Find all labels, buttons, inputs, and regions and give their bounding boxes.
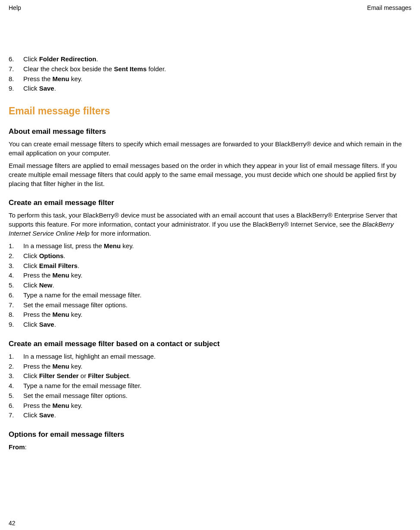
text-part: :: [25, 443, 27, 451]
text-bold: New: [39, 281, 53, 289]
step-7: 7. Click Save.: [9, 410, 411, 420]
step-5: 5. Set the email message filter options.: [9, 391, 411, 401]
text-bold: Menu: [53, 363, 69, 370]
text-part: key.: [69, 402, 83, 409]
step-number: 6.: [9, 54, 23, 64]
step-1: 1. In a message list, press the Menu key…: [9, 241, 411, 251]
step-6: 6. Type a name for the email message fil…: [9, 290, 411, 300]
step-text: Press the Menu key.: [23, 74, 411, 84]
paragraph: To perform this task, your BlackBerry® d…: [9, 211, 411, 238]
text-part: for more information.: [90, 230, 151, 237]
text-part: .: [53, 281, 54, 289]
step-number: 7.: [9, 300, 23, 310]
text-bold: Save: [39, 411, 54, 419]
text-part: or: [78, 372, 88, 379]
text-part: Clear the check box beside the: [23, 65, 114, 73]
step-4: 4. Type a name for the email message fil…: [9, 381, 411, 391]
step-text: Click Options.: [23, 251, 411, 261]
subheading-options-for-filters: Options for email message filters: [9, 430, 411, 439]
step-number: 9.: [9, 320, 23, 329]
step-text: Press the Menu key.: [23, 362, 411, 371]
step-number: 8.: [9, 310, 23, 319]
step-text: Click Save.: [23, 84, 411, 93]
text-bold: Menu: [53, 75, 69, 82]
step-text: Click Folder Redirection.: [23, 54, 411, 64]
step-number: 1.: [9, 241, 23, 251]
header-right: Email messages: [367, 4, 411, 11]
subheading-about-filters: About email message filters: [9, 127, 411, 136]
text-part: .: [54, 85, 56, 92]
subheading-create-filter: Create an email message filter: [9, 199, 411, 207]
text-part: folder.: [147, 65, 166, 73]
step-number: 4.: [9, 271, 23, 280]
paragraph: Email message filters are applied to ema…: [9, 161, 411, 188]
page-header: Help Email messages: [9, 4, 411, 11]
step-number: 6.: [9, 401, 23, 410]
step-number: 3.: [9, 261, 23, 271]
step-text: Press the Menu key.: [23, 401, 411, 410]
text-part: .: [54, 411, 56, 419]
text-bold: Sent Items: [114, 65, 147, 73]
option-from: From:: [9, 442, 411, 451]
text-part: key.: [121, 242, 134, 249]
step-number: 2.: [9, 251, 23, 261]
step-1: 1. In a message list, highlight an email…: [9, 352, 411, 361]
step-number: 6.: [9, 290, 23, 300]
text-bold: Menu: [53, 402, 69, 409]
steps-create-filter: 1. In a message list, press the Menu key…: [9, 241, 411, 329]
text-bold: Menu: [53, 311, 69, 318]
text-bold: Save: [39, 321, 54, 328]
subheading-create-filter-contact-subject: Create an email message filter based on …: [9, 340, 411, 348]
text-part: Press the: [23, 75, 53, 82]
text-part: Click: [23, 85, 39, 92]
step-3: 3. Click Filter Sender or Filter Subject…: [9, 371, 411, 381]
step-text: Click Save.: [23, 320, 411, 329]
page-content: 6. Click Folder Redirection. 7. Clear th…: [9, 54, 411, 451]
step-number: 3.: [9, 371, 23, 381]
step-5: 5. Click New.: [9, 281, 411, 290]
text-bold: Folder Redirection: [39, 55, 97, 63]
page-number: 42: [9, 520, 16, 527]
text-part: key.: [69, 363, 83, 370]
step-number: 7.: [9, 410, 23, 420]
step-7: 7. Set the email message filter options.: [9, 300, 411, 310]
step-text: In a message list, press the Menu key.: [23, 241, 411, 251]
text-part: key.: [69, 311, 83, 318]
text-part: Press the: [23, 363, 53, 370]
page: Help Email messages 6. Click Folder Redi…: [0, 0, 420, 530]
step-4: 4. Press the Menu key.: [9, 271, 411, 280]
step-8: 8. Press the Menu key.: [9, 74, 411, 84]
text-part: .: [78, 262, 79, 269]
step-3: 3. Click Email Filters.: [9, 261, 411, 271]
text-part: Click: [23, 372, 39, 379]
step-text: Press the Menu key.: [23, 310, 411, 319]
text-part: .: [129, 372, 131, 379]
text-part: .: [96, 55, 98, 63]
steps-create-filter-contact: 1. In a message list, highlight an email…: [9, 352, 411, 420]
step-text: Press the Menu key.: [23, 271, 411, 280]
text-part: To perform this task, your BlackBerry® d…: [9, 211, 397, 228]
text-bold: Filter Subject: [88, 372, 129, 379]
text-part: Click: [23, 252, 39, 259]
paragraph: You can create email message filters to …: [9, 139, 411, 158]
step-2: 2. Press the Menu key.: [9, 362, 411, 371]
step-text: Type a name for the email message filter…: [23, 290, 411, 300]
step-number: 9.: [9, 84, 23, 93]
step-text: In a message list, highlight an email me…: [23, 352, 411, 361]
step-text: Click New.: [23, 281, 411, 290]
text-part: Press the: [23, 271, 53, 279]
text-bold: Options: [39, 252, 64, 259]
option-label: From: [9, 443, 25, 451]
header-left: Help: [9, 4, 21, 11]
section-heading-email-message-filters: Email message filters: [9, 105, 411, 117]
text-part: key.: [69, 75, 83, 82]
text-part: key.: [69, 271, 83, 279]
steps-continued: 6. Click Folder Redirection. 7. Clear th…: [9, 54, 411, 93]
step-number: 4.: [9, 381, 23, 391]
text-part: .: [54, 321, 56, 328]
step-number: 5.: [9, 281, 23, 290]
text-part: Press the: [23, 402, 53, 409]
step-2: 2. Click Options.: [9, 251, 411, 261]
text-part: Click: [23, 321, 39, 328]
text-part: Click: [23, 411, 39, 419]
